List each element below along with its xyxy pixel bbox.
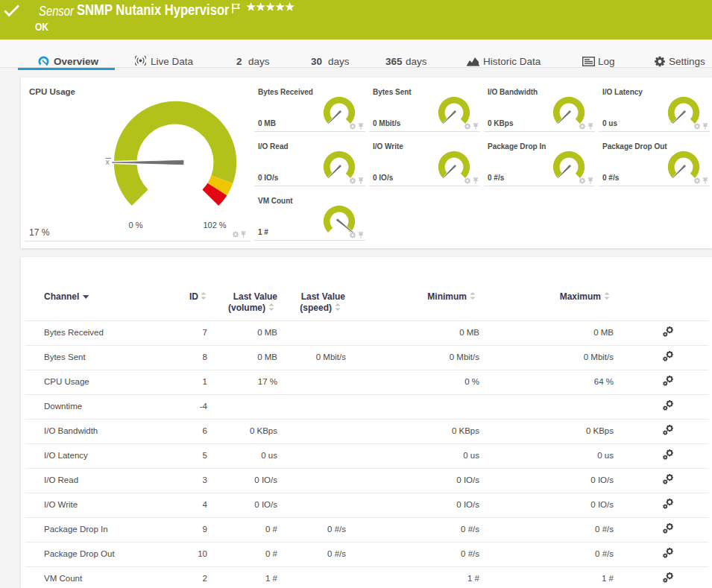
svg-text:x: x [105, 157, 110, 166]
